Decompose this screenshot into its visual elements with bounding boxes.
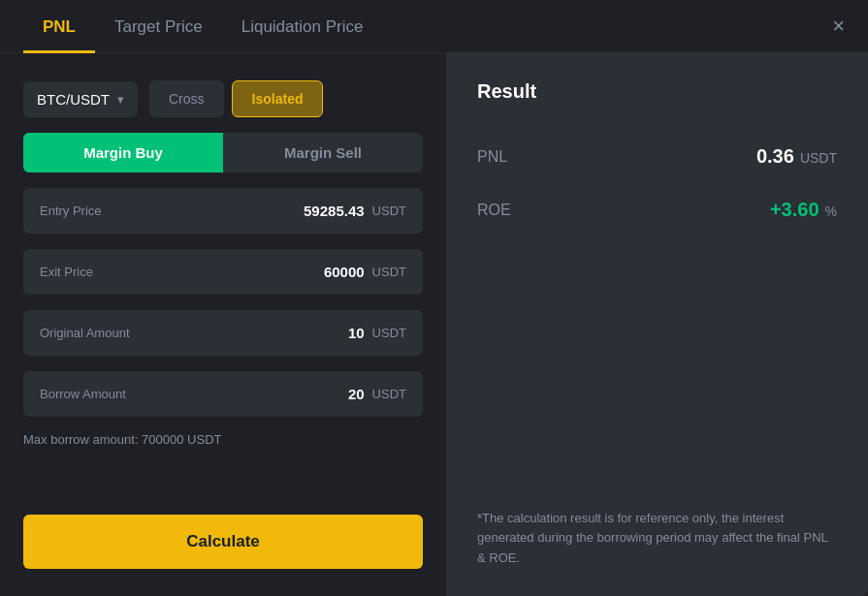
- isolated-margin-button[interactable]: Isolated: [232, 80, 324, 117]
- roe-number: +3.60: [770, 199, 820, 221]
- borrow-amount-label: Borrow Amount: [40, 387, 126, 401]
- pair-selector[interactable]: BTC/USDT ▾: [23, 81, 138, 117]
- tab-target-price[interactable]: Target Price: [95, 0, 222, 53]
- tab-liquidation-price[interactable]: Liquidation Price: [222, 0, 383, 53]
- entry-price-currency: USDT: [372, 204, 406, 218]
- roe-unit: %: [825, 204, 837, 219]
- entry-price-value-area: USDT: [248, 203, 406, 219]
- tabs-bar: PNL Target Price Liquidation Price ×: [0, 0, 868, 53]
- close-button[interactable]: ×: [832, 16, 845, 37]
- pair-symbol: BTC/USDT: [37, 91, 110, 108]
- pair-chevron-icon: ▾: [117, 92, 124, 107]
- original-amount-field: Original Amount USDT: [23, 310, 423, 356]
- original-amount-label: Original Amount: [40, 326, 130, 340]
- borrow-amount-value-area: USDT: [248, 386, 406, 402]
- pnl-unit: USDT: [800, 150, 837, 166]
- original-amount-value-area: USDT: [248, 325, 406, 341]
- pnl-result-row: PNL 0.36 USDT: [477, 130, 837, 183]
- disclaimer-text: *The calculation result is for reference…: [477, 509, 837, 569]
- roe-result-row: ROE +3.60 %: [477, 183, 837, 236]
- borrow-amount-input[interactable]: [248, 386, 365, 402]
- roe-label: ROE: [477, 202, 511, 219]
- entry-price-label: Entry Price: [40, 204, 102, 218]
- exit-price-currency: USDT: [372, 265, 406, 279]
- original-amount-input[interactable]: [248, 325, 365, 341]
- selector-row: BTC/USDT ▾ Cross Isolated: [23, 80, 423, 117]
- modal-body: BTC/USDT ▾ Cross Isolated Margin Buy Mar…: [0, 53, 868, 596]
- right-panel: Result PNL 0.36 USDT ROE +3.60 % *The ca…: [446, 53, 868, 596]
- entry-price-input[interactable]: [248, 203, 365, 219]
- borrow-amount-currency: USDT: [372, 387, 406, 401]
- margin-sell-button[interactable]: Margin Sell: [223, 133, 423, 173]
- max-borrow-info: Max borrow amount: 700000 USDT: [23, 432, 423, 447]
- exit-price-field: Exit Price USDT: [23, 249, 423, 295]
- margin-type-buttons: Cross Isolated: [149, 80, 323, 117]
- pnl-number: 0.36: [756, 145, 794, 168]
- original-amount-currency: USDT: [372, 326, 406, 340]
- cross-margin-button[interactable]: Cross: [149, 80, 224, 117]
- trade-toggle: Margin Buy Margin Sell: [23, 133, 423, 173]
- borrow-amount-field: Borrow Amount USDT: [23, 371, 423, 417]
- tab-pnl[interactable]: PNL: [23, 0, 95, 53]
- margin-buy-button[interactable]: Margin Buy: [23, 133, 223, 173]
- roe-value-area: +3.60 %: [770, 199, 837, 221]
- left-panel: BTC/USDT ▾ Cross Isolated Margin Buy Mar…: [0, 53, 446, 596]
- exit-price-input[interactable]: [248, 264, 365, 280]
- result-title: Result: [477, 80, 837, 103]
- exit-price-label: Exit Price: [40, 265, 93, 279]
- pnl-label: PNL: [477, 148, 507, 166]
- entry-price-field: Entry Price USDT: [23, 188, 423, 234]
- pnl-calculator-modal: PNL Target Price Liquidation Price × BTC…: [0, 0, 868, 596]
- calculate-button[interactable]: Calculate: [23, 515, 423, 569]
- pnl-value-area: 0.36 USDT: [756, 145, 837, 168]
- exit-price-value-area: USDT: [248, 264, 406, 280]
